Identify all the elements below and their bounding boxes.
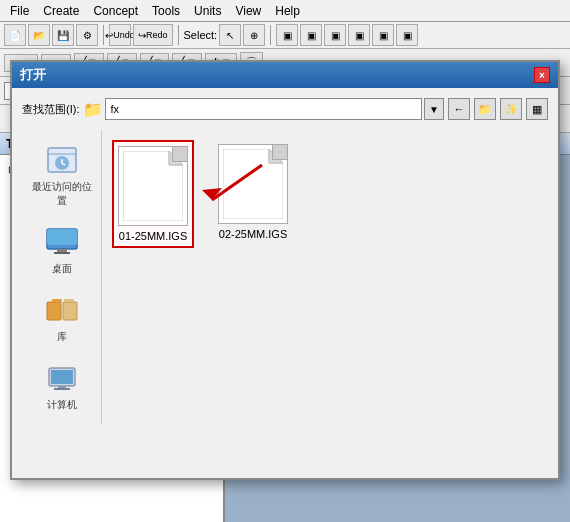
location-folder-icon: 📁 [83,100,103,119]
file-icon-1 [118,146,188,226]
select-mode-1[interactable]: ▣ [276,24,298,46]
separator-3 [270,25,271,45]
menu-bar: File Create Concept Tools Units View Hel… [0,0,570,22]
computer-icon [44,360,80,396]
select-btn-2[interactable]: ⊕ [243,24,265,46]
dialog-title: 打开 [20,66,46,84]
toolbar-main: 📄 📂 💾 ⚙ ↩ Undo ↪ Redo Select: ↖ ⊕ ▣ ▣ ▣ … [0,22,570,49]
svg-rect-3 [47,229,77,245]
svg-marker-15 [169,151,183,165]
svg-rect-13 [54,388,70,390]
open-dialog: 打开 × 查找范围(I): 📁 ▼ ← 📁 ✨ ▦ [10,60,560,480]
svg-rect-5 [54,252,70,254]
arrow-annotation [192,160,272,248]
select-mode-5[interactable]: ▣ [372,24,394,46]
library-icon [44,292,80,328]
svg-rect-8 [52,299,62,302]
nav-desktop[interactable]: 桌面 [40,220,84,280]
dialog-titlebar: 打开 × [12,62,558,88]
dialog-location-bar: 查找范围(I): 📁 ▼ ← 📁 ✨ ▦ [22,98,548,120]
svg-rect-9 [64,299,74,302]
undo-button[interactable]: ↩ Undo [109,24,131,46]
dialog-close-button[interactable]: × [534,67,550,83]
svg-rect-11 [51,370,73,384]
file-area: 最近访问的位置 桌面 [22,130,548,424]
menu-concept[interactable]: Concept [87,3,144,19]
location-input[interactable] [105,98,422,120]
svg-marker-14 [123,151,183,221]
menu-file[interactable]: File [4,3,35,19]
svg-rect-6 [47,302,61,320]
redo-button[interactable]: ↪ Redo [133,24,173,46]
nav-computer[interactable]: 计算机 [40,356,84,416]
nav-view-button[interactable]: ▦ [526,98,548,120]
nav-new-folder-button[interactable]: ✨ [500,98,522,120]
nav-back-button[interactable]: ← [448,98,470,120]
select-mode-3[interactable]: ▣ [324,24,346,46]
menu-create[interactable]: Create [37,3,85,19]
computer-label: 计算机 [47,398,77,412]
select-mode-6[interactable]: ▣ [396,24,418,46]
left-nav: 最近访问的位置 桌面 [22,130,102,424]
desktop-icon [44,224,80,260]
recent-label: 最近访问的位置 [30,180,93,208]
separator-2 [178,25,179,45]
separator-1 [103,25,104,45]
file-label-1: 01-25MM.IGS [119,230,187,242]
library-label: 库 [57,330,67,344]
file-item-1[interactable]: 01-25MM.IGS [112,140,194,248]
svg-line-18 [212,165,262,200]
menu-tools[interactable]: Tools [146,3,186,19]
menu-help[interactable]: Help [269,3,306,19]
new-button[interactable]: 📄 [4,24,26,46]
location-label: 查找范围(I): [22,102,79,117]
files-grid: 01-25MM.IGS 02-25MM.IGS [102,130,548,424]
menu-view[interactable]: View [229,3,267,19]
location-dropdown[interactable]: ▼ [424,98,444,120]
select-mode-2[interactable]: ▣ [300,24,322,46]
dialog-body: 查找范围(I): 📁 ▼ ← 📁 ✨ ▦ [12,88,558,434]
svg-rect-7 [63,302,77,320]
select-btn-1[interactable]: ↖ [219,24,241,46]
select-label: Select: [184,29,218,41]
nav-recent[interactable]: 最近访问的位置 [26,138,97,212]
icon-button-4[interactable]: ⚙ [76,24,98,46]
desktop-label: 桌面 [52,262,72,276]
select-mode-4[interactable]: ▣ [348,24,370,46]
open-button[interactable]: 📂 [28,24,50,46]
save-button[interactable]: 💾 [52,24,74,46]
recent-icon [44,142,80,178]
nav-folder-button[interactable]: 📁 [474,98,496,120]
nav-library[interactable]: 库 [40,288,84,348]
menu-units[interactable]: Units [188,3,227,19]
